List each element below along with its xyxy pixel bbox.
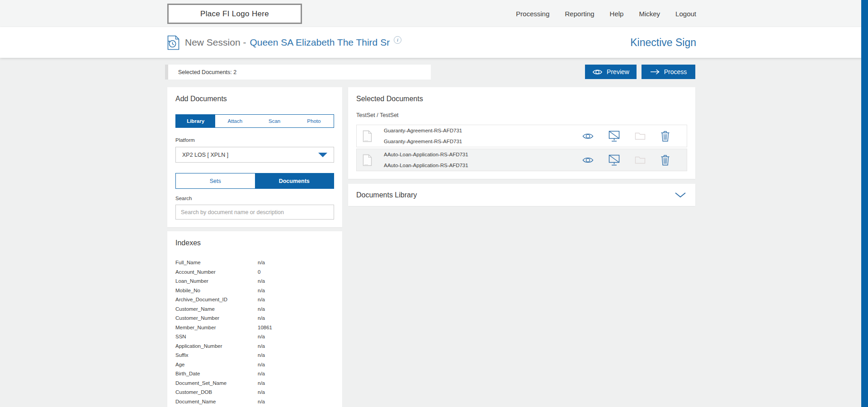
index-value: n/a [258,260,265,265]
document-file-icon [363,130,372,142]
process-button-label: Process [664,68,687,75]
index-key: Customer_Name [175,306,258,312]
app-title: Kinective Sign [630,37,696,49]
nav-item-user-mickey[interactable]: Mickey [639,10,660,18]
nav-item-processing[interactable]: Processing [516,10,549,18]
index-row: Full_Namen/a [175,258,334,267]
index-row: Archive_Document_IDn/a [175,295,334,304]
toggle-documents[interactable]: Documents [255,173,334,188]
chevron-down-icon[interactable] [675,192,686,198]
index-row: Suffixn/a [175,351,334,360]
index-row: Mobile_Non/a [175,286,334,295]
index-key: Loan_Number [175,278,258,284]
index-value: n/a [258,343,265,349]
selected-documents-list: Guaranty-Agreement-RS-AFD731 Guaranty-Ag… [356,125,687,171]
documents-library-title: Documents Library [356,191,417,199]
delete-document-button[interactable] [660,154,670,166]
index-value: 0 [258,269,260,275]
tab-scan[interactable]: Scan [255,115,294,127]
view-document-button[interactable] [582,132,594,140]
session-customer-name[interactable]: Queen SA Elizabeth The Third Sr [250,37,390,48]
tab-attach[interactable]: Attach [215,115,255,127]
index-row: Account_Number0 [175,267,334,277]
nav-item-reporting[interactable]: Reporting [565,10,594,18]
add-documents-panel: Add Documents Library Attach Scan Photo … [167,87,342,227]
info-icon[interactable]: i [394,36,401,44]
index-row: Customer_DOBn/a [175,388,334,397]
search-label: Search [175,196,334,201]
trash-icon [660,131,670,142]
document-row: Guaranty-Agreement-RS-AFD731 Guaranty-Ag… [356,125,687,147]
index-value: n/a [258,371,265,376]
platform-select-value: XP2 LOS [ XPLN ] [182,152,228,158]
add-documents-title: Add Documents [175,95,334,103]
tab-photo[interactable]: Photo [294,115,334,127]
selected-count-bar: Selected Documents: 2 [168,65,431,80]
topbar: Place FI Logo Here Processing Reporting … [0,0,868,27]
page-header: New Session - Queen SA Elizabeth The Thi… [0,27,868,58]
index-row: Loan_Numbern/a [175,276,334,286]
delete-document-button[interactable] [660,131,670,142]
index-key: Customer_Number [175,315,258,321]
trash-icon [660,154,670,166]
document-row: AAuto-Loan-Application-RS-AFD731 AAuto-L… [356,149,687,171]
action-bar-spacer [431,65,585,80]
index-row: Application_Numbern/a [175,342,334,351]
folder-icon [635,132,646,140]
index-row: Document_Namen/a [175,397,334,407]
documents-library-header[interactable]: Documents Library [348,184,695,206]
document-description: Guaranty-Agreement-RS-AFD731 [384,137,462,146]
display-on-pad-button[interactable] [609,131,620,142]
process-button[interactable]: Process [642,65,695,79]
content-columns: Add Documents Library Attach Scan Photo … [167,87,695,407]
index-key: Archive_Document_ID [175,297,258,302]
nav-item-help[interactable]: Help [610,10,624,18]
document-name: AAuto-Loan-Application-RS-AFD731 [384,150,468,159]
index-key: Customer_DOB [175,389,258,395]
index-value: n/a [258,399,265,404]
indexes-panel: Indexes Full_Namen/a Account_Number0 Loa… [167,231,342,407]
document-row-actions [582,154,681,166]
selected-count-label: Selected Documents: 2 [178,69,236,75]
session-label: New Session - [185,37,246,48]
index-value: n/a [258,288,265,293]
index-value: n/a [258,306,265,312]
tab-library[interactable]: Library [176,115,215,127]
page: Place FI Logo Here Processing Reporting … [0,0,868,407]
eye-icon [582,132,594,140]
sets-documents-toggle: Sets Documents [175,173,334,189]
index-row: Agen/a [175,360,334,370]
nav-item-logout[interactable]: Logout [675,10,696,18]
left-column: Add Documents Library Attach Scan Photo … [167,87,342,407]
view-document-button[interactable] [582,156,594,164]
indexes-list: Full_Namen/a Account_Number0 Loan_Number… [175,258,334,406]
selected-count-accent [165,65,168,80]
document-description: AAuto-Loan-Application-RS-AFD731 [384,161,468,170]
index-row: Member_Number10861 [175,323,334,332]
index-value: n/a [258,297,265,302]
toggle-sets[interactable]: Sets [176,173,255,188]
index-key: Application_Number [175,343,258,349]
preview-button[interactable]: Preview [585,65,637,79]
selected-documents-panel: Selected Documents TestSet / TestSet [348,87,695,179]
index-key: Account_Number [175,269,258,275]
index-value: n/a [258,315,265,321]
document-names: AAuto-Loan-Application-RS-AFD731 AAuto-L… [384,150,468,170]
monitor-icon [609,131,620,142]
index-row: Birth_Daten/a [175,369,334,379]
index-key: Mobile_No [175,288,258,293]
display-on-pad-button[interactable] [609,154,620,166]
folder-button[interactable] [635,132,646,140]
document-history-icon [167,35,179,50]
index-key: Document_Set_Name [175,380,258,386]
action-bar: Selected Documents: 2 Preview Process [165,65,695,80]
search-input[interactable] [175,205,334,220]
folder-button[interactable] [635,156,646,164]
platform-select[interactable]: XP2 LOS [ XPLN ] [175,147,334,163]
preview-button-label: Preview [607,68,629,75]
scrollbar[interactable] [861,0,868,407]
monitor-icon [609,154,620,166]
index-value: n/a [258,362,265,367]
index-value: 10861 [258,325,272,330]
document-file-icon [363,154,372,166]
